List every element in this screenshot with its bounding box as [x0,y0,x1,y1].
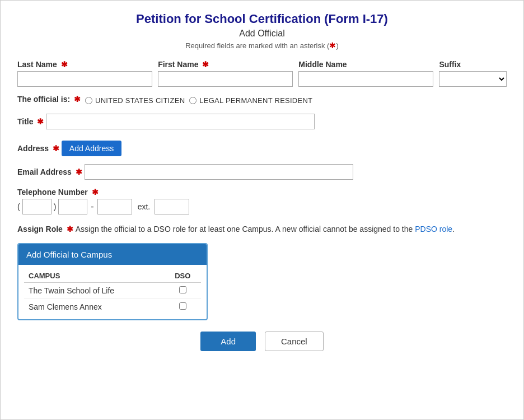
page-title: Petition for School Certification (Form … [17,12,507,26]
campus-table-row: Sam Clemens Annex [24,299,201,315]
required-note-text: Required fields are marked with an aster… [185,41,329,50]
phone-prefix-input[interactable] [58,199,87,214]
address-section: Address ✱ Add Address [17,137,507,156]
suffix-group: Suffix Jr. Sr. II III IV [439,60,507,87]
citizenship-label: The official is: ✱ [17,95,81,104]
page-subtitle: Add Official [17,29,507,39]
citizenship-required: ✱ [72,95,81,104]
page-wrapper: Petition for School Certification (Form … [0,0,524,420]
dso-checkbox[interactable] [179,286,186,293]
cancel-button[interactable]: Cancel [265,332,324,351]
us-citizen-option[interactable]: UNITED STATES CITIZEN [85,96,185,105]
dso-checkbox[interactable] [179,302,186,310]
title-section: Title ✱ [17,114,507,129]
last-name-group: Last Name ✱ [17,60,152,87]
citizenship-row: The official is: ✱ UNITED STATES CITIZEN… [17,95,507,106]
campus-name-cell: Sam Clemens Annex [24,299,165,315]
assign-role-label: Assign Role ✱ [17,225,76,234]
campus-box: Add Official to Campus CAMPUS DSO The Tw… [17,243,208,320]
action-row: Add Cancel [17,332,507,351]
us-citizen-label: UNITED STATES CITIZEN [95,96,185,105]
last-name-required: ✱ [59,60,68,69]
title-required: ✱ [35,117,44,126]
legal-pr-label: LEGAL PERMANENT RESIDENT [199,96,312,105]
first-name-label: First Name ✱ [158,60,293,69]
dso-checkbox-cell [165,283,201,299]
middle-name-label: Middle Name [298,60,433,69]
campus-table: CAMPUS DSO The Twain School of LifeSam C… [24,269,201,315]
assign-role-required: ✱ [64,225,73,234]
name-row: Last Name ✱ First Name ✱ Middle Name Suf… [17,60,507,87]
assign-role-description: Assign the official to a DSO role for at… [76,225,455,234]
phone-suffix-input[interactable] [97,199,132,214]
first-name-input[interactable] [158,71,293,87]
phone-section: Telephone Number ✱ ( ) - ext. [17,188,507,214]
middle-name-input[interactable] [298,71,433,87]
email-label: Email Address ✱ [17,167,85,176]
title-input[interactable] [46,114,315,129]
phone-area-input[interactable] [22,199,52,214]
suffix-label: Suffix [439,60,507,69]
campus-table-wrapper: CAMPUS DSO The Twain School of LifeSam C… [18,265,207,319]
pdso-role-link[interactable]: PDSO role [415,225,452,234]
add-address-button[interactable]: Add Address [62,141,121,156]
asterisk-icon: ✱ [329,41,336,50]
title-label: Title ✱ [17,117,46,126]
campus-name-cell: The Twain School of Life [24,283,165,299]
campus-table-head: CAMPUS DSO [24,269,201,283]
address-label: Address ✱ [17,144,62,153]
phone-row: ( ) - ext. [17,199,507,214]
legal-pr-option[interactable]: LEGAL PERMANENT RESIDENT [189,96,312,105]
phone-ext-label: ext. [138,202,151,211]
legal-pr-radio[interactable] [189,97,196,104]
campus-col-header: CAMPUS [24,269,165,283]
first-name-group: First Name ✱ [158,60,293,87]
last-name-input[interactable] [17,71,152,87]
phone-open-paren: ( [17,202,20,211]
phone-label: Telephone Number ✱ [17,188,99,197]
campus-table-body: The Twain School of LifeSam Clemens Anne… [24,283,201,315]
email-section: Email Address ✱ [17,164,507,180]
assign-role-row: Assign Role ✱ Assign the official to a D… [17,223,507,235]
dso-col-header: DSO [165,269,201,283]
us-citizen-radio[interactable] [85,97,92,104]
suffix-select[interactable]: Jr. Sr. II III IV [439,71,507,87]
phone-required: ✱ [90,188,99,197]
email-input[interactable] [85,164,353,180]
add-button[interactable]: Add [200,332,256,351]
address-required: ✱ [50,144,59,153]
dso-checkbox-cell [165,299,201,315]
middle-name-group: Middle Name [298,60,433,87]
phone-dash: - [91,202,93,212]
campus-table-header-row: CAMPUS DSO [24,269,201,283]
campus-table-row: The Twain School of Life [24,283,201,299]
phone-close-paren: ) [54,202,57,211]
phone-ext-input[interactable] [155,199,189,214]
first-name-required: ✱ [200,60,209,69]
email-required: ✱ [73,167,82,176]
campus-box-header: Add Official to Campus [18,244,207,265]
required-note: Required fields are marked with an aster… [17,41,507,50]
last-name-label: Last Name ✱ [17,60,152,69]
